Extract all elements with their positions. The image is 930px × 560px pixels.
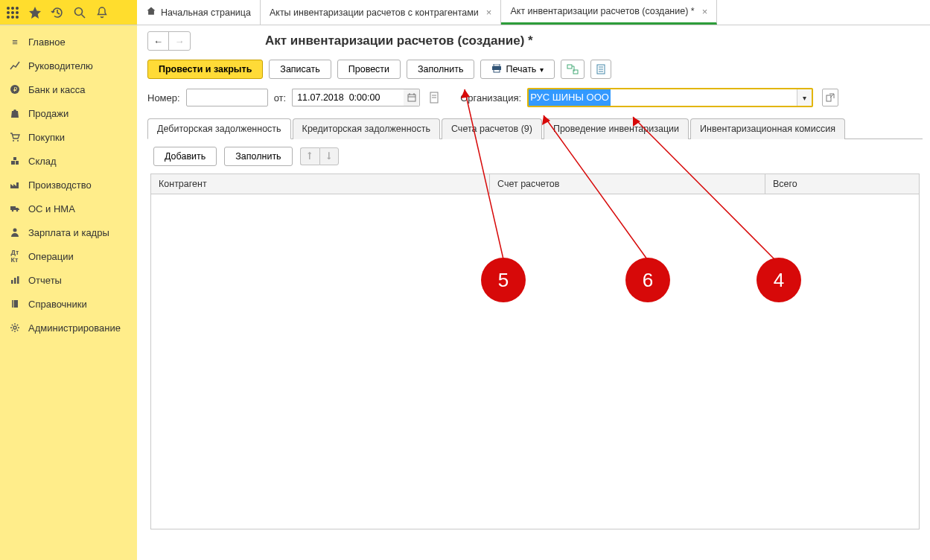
svg-marker-47 <box>461 89 470 98</box>
annotation-marker-5: 5 <box>481 258 526 302</box>
svg-line-50 <box>633 117 774 259</box>
svg-line-48 <box>544 115 647 259</box>
annotation-marker-4: 4 <box>757 258 801 302</box>
svg-marker-51 <box>633 117 640 127</box>
annotation-marker-6: 6 <box>625 258 670 302</box>
svg-line-46 <box>465 89 503 259</box>
